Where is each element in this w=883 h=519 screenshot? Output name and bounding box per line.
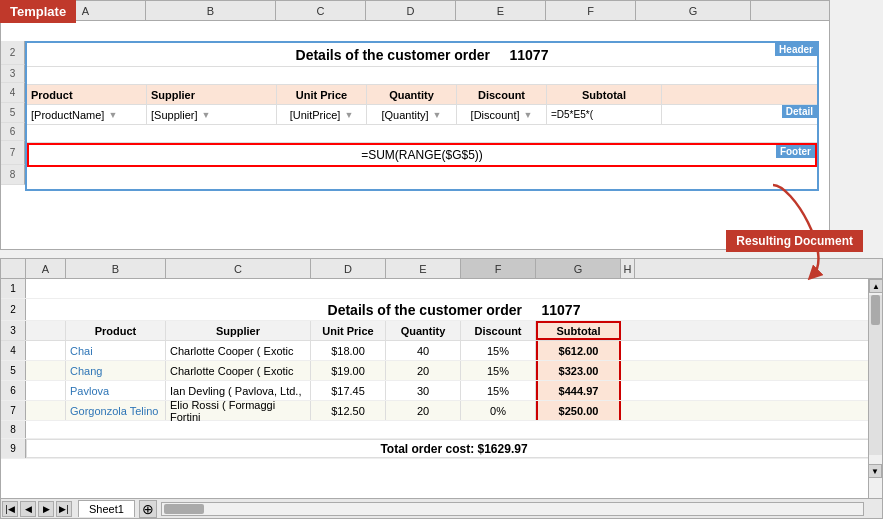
col-header-e: E xyxy=(456,1,546,20)
template-quantity-field: [Quantity] ▼ xyxy=(367,105,457,124)
sheet-nav-prev[interactable]: ◀ xyxy=(20,501,36,517)
row-num-8: 8 xyxy=(1,165,25,185)
scroll-up-btn[interactable]: ▲ xyxy=(869,279,883,293)
row-num-4: 4 xyxy=(1,83,25,103)
result-discount-5: 15% xyxy=(461,361,536,380)
template-row-numbers: 2 3 4 5 6 7 8 xyxy=(1,41,25,185)
result-row8: 8 xyxy=(1,421,882,439)
result-rownum-9: 9 xyxy=(1,439,26,458)
result-badge: Resulting Document xyxy=(726,230,863,252)
h-scrollbar[interactable] xyxy=(161,502,864,516)
template-discount-header: Discount xyxy=(457,85,547,104)
col-header-c: C xyxy=(276,1,366,20)
template-quantity-header: Quantity xyxy=(367,85,457,104)
template-title-row: Details of the customer order 11077 xyxy=(27,43,817,67)
col-header-g: G xyxy=(636,1,751,20)
template-title: Details of the customer order xyxy=(296,47,491,63)
footer-label-badge: Footer xyxy=(776,145,815,158)
result-col-g: G xyxy=(536,259,621,278)
result-rownum-6: 6 xyxy=(1,381,26,400)
row-num-7: 7 xyxy=(1,141,25,165)
template-badge: Template xyxy=(0,0,76,23)
result-order-number: 11077 xyxy=(542,302,581,318)
sheet1-tab[interactable]: Sheet1 xyxy=(78,500,135,517)
sheet-nav-btns: |◀ ◀ ▶ ▶| xyxy=(1,500,73,518)
sheet-nav-last[interactable]: ▶| xyxy=(56,501,72,517)
result-supplier-7: Elio Rossi ( Formaggi Fortini xyxy=(166,401,311,420)
result-quantity-6: 30 xyxy=(386,381,461,400)
template-product-field: [ProductName] ▼ xyxy=(27,105,147,124)
template-formula: =SUM(RANGE($G$5)) xyxy=(29,148,815,162)
template-col-headers: A B C D E F G xyxy=(1,1,829,21)
row-num-5: 5 xyxy=(1,103,25,123)
template-supplier-header: Supplier xyxy=(147,85,277,104)
result-row6-h xyxy=(621,381,635,400)
result-product-4: Chai xyxy=(66,341,166,360)
result-col-headers: A B C D E F G H xyxy=(1,259,882,279)
result-row5-a xyxy=(26,361,66,380)
scroll-track xyxy=(869,295,882,455)
template-unitprice-field: [UnitPrice] ▼ xyxy=(277,105,367,124)
result-data-row: 4 Chai Charlotte Cooper ( Exotic $18.00 … xyxy=(1,341,882,361)
result-supplier-6: Ian Devling ( Pavlova, Ltd., xyxy=(166,381,311,400)
template-order-number: 11077 xyxy=(510,47,549,63)
sheet-nav-first[interactable]: |◀ xyxy=(2,501,18,517)
result-unitprice-7: $12.50 xyxy=(311,401,386,420)
result-discount-4: 15% xyxy=(461,341,536,360)
result-row5-h xyxy=(621,361,635,380)
scroll-thumb[interactable] xyxy=(871,295,880,325)
result-unitprice-4: $18.00 xyxy=(311,341,386,360)
sheet-nav-next[interactable]: ▶ xyxy=(38,501,54,517)
result-row1: 1 xyxy=(1,279,882,299)
template-row6 xyxy=(27,125,817,143)
result-row2: 2 Details of the customer order 11077 xyxy=(1,299,882,321)
result-row7-a xyxy=(26,401,66,420)
result-product-7: Gorgonzola Telino xyxy=(66,401,166,420)
result-rownum-3: 3 xyxy=(1,321,26,340)
result-product-5: Chang xyxy=(66,361,166,380)
result-product-6: Pavlova xyxy=(66,381,166,400)
result-col-f: F xyxy=(461,259,536,278)
result-total: Total order cost: $1629.97 xyxy=(26,439,882,458)
header-label-badge: Header xyxy=(775,43,817,56)
result-supplier-header: Supplier xyxy=(166,321,311,340)
col-header-d: D xyxy=(366,1,456,20)
template-subtotal-field: =D5*E5*( xyxy=(547,105,662,124)
result-rownum-2: 2 xyxy=(1,299,26,320)
result-discount-6: 15% xyxy=(461,381,536,400)
result-unitprice-5: $19.00 xyxy=(311,361,386,380)
result-subtotal-header: Subtotal xyxy=(536,321,621,340)
result-supplier-4: Charlotte Cooper ( Exotic xyxy=(166,341,311,360)
template-data-row: Detail [ProductName] ▼ [Supplier] ▼ [Uni… xyxy=(27,105,817,125)
result-col-b: B xyxy=(66,259,166,278)
result-row4-h xyxy=(621,341,635,360)
add-sheet-button[interactable]: ⊕ xyxy=(139,500,157,518)
col-header-f: F xyxy=(546,1,636,20)
result-quantity-7: 20 xyxy=(386,401,461,420)
result-col-e: E xyxy=(386,259,461,278)
row-num-6: 6 xyxy=(1,123,25,141)
result-row3-h xyxy=(621,321,635,340)
result-row7-h xyxy=(621,401,635,420)
result-col-a: A xyxy=(26,259,66,278)
result-row6-a xyxy=(26,381,66,400)
result-subtotal-6: $444.97 xyxy=(536,381,621,400)
result-row3-a xyxy=(26,321,66,340)
result-data-row: 5 Chang Charlotte Cooper ( Exotic $19.00… xyxy=(1,361,882,381)
result-quantity-header: Quantity xyxy=(386,321,461,340)
template-unitprice-header: Unit Price xyxy=(277,85,367,104)
result-discount-7: 0% xyxy=(461,401,536,420)
result-row3-headers: 3 Product Supplier Unit Price Quantity D… xyxy=(1,321,882,341)
template-section: A B C D E F G Header Details of the cust… xyxy=(0,0,830,250)
result-section: A B C D E F G H 1 2 Details of the custo… xyxy=(0,258,883,519)
scroll-down-btn[interactable]: ▼ xyxy=(868,464,882,478)
template-subtotal-header: Subtotal xyxy=(547,85,662,104)
v-scrollbar[interactable]: ▲ ▼ xyxy=(868,279,882,498)
result-data-rows: 4 Chai Charlotte Cooper ( Exotic $18.00 … xyxy=(1,341,882,421)
result-quantity-5: 20 xyxy=(386,361,461,380)
detail-label-badge: Detail xyxy=(782,105,817,118)
result-rownum-4: 4 xyxy=(1,341,26,360)
template-row3 xyxy=(27,67,817,85)
result-col-c: C xyxy=(166,259,311,278)
result-rownum-5: 5 xyxy=(1,361,26,380)
